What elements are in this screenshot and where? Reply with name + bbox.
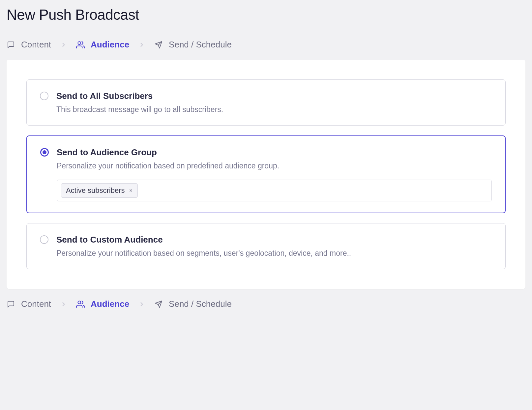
- audience-group-input[interactable]: Active subscribers: [57, 180, 492, 201]
- send-icon: [154, 41, 163, 49]
- option-desc: Personalize your notification based on s…: [56, 249, 492, 258]
- chevron-right-icon: [60, 42, 67, 48]
- message-icon: [7, 41, 15, 49]
- radio-custom-audience[interactable]: [40, 235, 48, 244]
- audience-icon: [76, 41, 85, 49]
- option-title: Send to Audience Group: [57, 147, 492, 158]
- svg-point-0: [78, 42, 81, 44]
- step-label: Content: [21, 299, 51, 309]
- close-icon[interactable]: [129, 189, 133, 192]
- chevron-right-icon: [60, 301, 67, 308]
- option-title: Send to All Subscribers: [56, 91, 492, 101]
- step-content[interactable]: Content: [7, 299, 51, 309]
- message-icon: [7, 300, 15, 308]
- option-custom-audience[interactable]: Send to Custom Audience Personalize your…: [26, 223, 506, 269]
- step-label: Send / Schedule: [169, 299, 232, 309]
- svg-point-5: [78, 301, 81, 304]
- audience-card: Send to All Subscribers This broadcast m…: [7, 60, 525, 289]
- stepper-top: Content Audience Send / Schedule: [7, 33, 525, 60]
- stepper-bottom: Content Audience Send / Schedule: [7, 289, 525, 312]
- option-desc: Personalize your notification based on p…: [57, 161, 492, 170]
- option-audience-group[interactable]: Send to Audience Group Personalize your …: [26, 135, 506, 213]
- send-icon: [154, 300, 163, 308]
- audience-icon: [76, 300, 85, 308]
- step-label: Audience: [91, 299, 129, 309]
- chevron-right-icon: [138, 301, 145, 308]
- radio-audience-group[interactable]: [40, 148, 49, 157]
- step-label: Content: [21, 40, 51, 50]
- tag-label: Active subscribers: [66, 186, 125, 195]
- page-title: New Push Broadcast: [7, 0, 525, 33]
- option-all-subscribers[interactable]: Send to All Subscribers This broadcast m…: [26, 79, 506, 126]
- step-send-schedule[interactable]: Send / Schedule: [154, 40, 232, 50]
- step-audience[interactable]: Audience: [76, 299, 129, 309]
- step-label: Audience: [91, 40, 129, 50]
- radio-all-subscribers[interactable]: [40, 92, 48, 100]
- step-label: Send / Schedule: [169, 40, 232, 50]
- step-send-schedule[interactable]: Send / Schedule: [154, 299, 232, 309]
- step-audience[interactable]: Audience: [76, 40, 129, 50]
- option-title: Send to Custom Audience: [56, 235, 492, 245]
- chevron-right-icon: [138, 42, 145, 48]
- step-content[interactable]: Content: [7, 40, 51, 50]
- option-desc: This broadcast message will go to all su…: [56, 105, 492, 114]
- audience-tag: Active subscribers: [61, 183, 138, 198]
